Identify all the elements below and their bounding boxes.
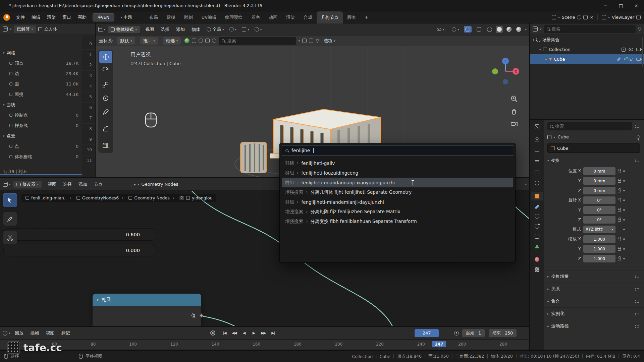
- spreadsheet-row[interactable]: 控制点 0: [0, 110, 82, 120]
- gizmos-dropdown[interactable]: ▾: [449, 27, 462, 32]
- transform-value-field[interactable]: 1.000▾: [583, 235, 615, 243]
- animate-decorator-dot[interactable]: [623, 209, 625, 211]
- new-viewlayer-icon[interactable]: [636, 15, 641, 19]
- language-toggle-button[interactable]: 中/EN: [93, 13, 114, 21]
- properties-section-header[interactable]: ▸ 变换增量: [544, 270, 644, 283]
- chevron-down-icon[interactable]: ▾: [104, 28, 106, 31]
- physics-tab[interactable]: [531, 222, 543, 231]
- timeline-menu[interactable]: 插帧: [27, 329, 43, 338]
- spreadsheet-row[interactable]: 体积栅格 0: [0, 152, 82, 162]
- spreadsheet-section-mesh[interactable]: ▾网格: [0, 48, 82, 58]
- eye-icon[interactable]: [629, 58, 633, 61]
- outliner-editor-icon[interactable]: [533, 26, 538, 32]
- render-tab[interactable]: [531, 135, 543, 144]
- navigation-gizmo[interactable]: Z X: [490, 56, 521, 86]
- animate-decorator-dot[interactable]: [623, 199, 625, 201]
- node-editor-menu[interactable]: 选择: [60, 180, 75, 189]
- modifiers-tab[interactable]: [531, 202, 543, 210]
- move-tool[interactable]: [99, 51, 112, 63]
- transform-value-field[interactable]: XYZ 欧拉▾: [583, 226, 615, 233]
- coordinate-system-dropdown[interactable]: 默认▾: [117, 37, 135, 45]
- data-tab[interactable]: [531, 242, 543, 251]
- workspace-tab[interactable]: 着色: [247, 11, 264, 23]
- object-name-field[interactable]: Cube: [547, 143, 640, 153]
- search-result[interactable]: 增强搜索 分离几何体 fljht fenlijiheti Separate Ge…: [282, 187, 513, 197]
- search-result[interactable]: 群组 fenglijiheti-miandemianji-dayujunzhi: [282, 197, 513, 207]
- transform-value-field[interactable]: 0 mm▾: [583, 167, 615, 175]
- node-tree-selector[interactable]: ▾Geometry Nodes: [131, 182, 178, 187]
- spreadsheet-section-pointcloud[interactable]: ▾点云: [0, 131, 82, 141]
- chevron-down-icon[interactable]: ▸: [554, 135, 555, 139]
- chevron-down-icon[interactable]: ▾: [97, 298, 99, 302]
- search-result[interactable]: 增强搜索 分离矩阵 fljz fenlijuzhen Separate Matr…: [282, 207, 513, 217]
- select-mode-dropdown[interactable]: 框选▾: [163, 37, 181, 45]
- tweak-tool[interactable]: [3, 193, 17, 207]
- lock-icon[interactable]: [618, 209, 621, 212]
- lock-icon[interactable]: [618, 180, 621, 183]
- overlays-toggle[interactable]: [464, 26, 472, 33]
- outliner-row-collection[interactable]: ▾ Collection ✓: [530, 45, 644, 54]
- close-button[interactable]: ×: [629, 0, 644, 11]
- shading-options-dropdown[interactable]: ▾: [525, 28, 527, 31]
- chevron-down-icon[interactable]: ▾: [533, 38, 534, 42]
- modifier-wrench-icon[interactable]: [617, 57, 621, 61]
- transform-value-field[interactable]: 0°▾: [583, 206, 615, 214]
- chevron-down-icon[interactable]: ▾: [608, 16, 610, 19]
- lock-icon[interactable]: [618, 171, 621, 173]
- playback-button[interactable]: |◀: [220, 329, 229, 337]
- animate-decorator-dot[interactable]: [623, 190, 625, 191]
- lock-icon[interactable]: [618, 219, 621, 222]
- texture-tab[interactable]: [531, 265, 543, 274]
- transform-tool[interactable]: [99, 92, 112, 105]
- toggle-icon-1[interactable]: [192, 39, 196, 43]
- lock-icon[interactable]: [618, 258, 621, 260]
- animate-decorator-dot[interactable]: [623, 229, 625, 230]
- output-tab[interactable]: [531, 145, 543, 154]
- breadcrumb-item[interactable]: fenli..ding-mian..: [25, 195, 67, 200]
- current-frame-field[interactable]: 247: [415, 329, 439, 337]
- menubar-menu[interactable]: 文件: [13, 13, 28, 22]
- chevron-down-icon[interactable]: ▾: [540, 27, 542, 31]
- viewlayer-tab[interactable]: [531, 156, 543, 164]
- viewlayer-selector[interactable]: ViewLayer: [612, 15, 634, 20]
- transform-orientation-dropdown[interactable]: 全局▾: [204, 26, 226, 33]
- toggle-icon-3[interactable]: [205, 39, 210, 43]
- spreadsheet-row[interactable]: 边 29.4K: [0, 68, 82, 79]
- bookmark-icon[interactable]: [302, 39, 307, 43]
- multiply-node-header[interactable]: ▾ 相乘: [93, 294, 201, 306]
- animate-decorator-dot[interactable]: [623, 238, 625, 240]
- transform-value-field[interactable]: 1.000▾: [583, 245, 615, 253]
- measure-tool[interactable]: [99, 122, 112, 135]
- toggle-icon-4[interactable]: [212, 39, 216, 43]
- properties-section-header[interactable]: ▸ 关系: [544, 283, 644, 295]
- spreadsheet-row[interactable]: 面拐 44.1K: [0, 89, 82, 100]
- menubar-menu[interactable]: 编辑: [28, 13, 44, 22]
- playback-button[interactable]: ◀◀: [230, 329, 239, 337]
- node-editor-menu[interactable]: 添加: [75, 180, 91, 189]
- annotate-tool[interactable]: [99, 106, 112, 118]
- transform-value-field[interactable]: 1.000▾: [583, 255, 615, 262]
- transform-value-field[interactable]: 0 mm▾: [583, 177, 615, 185]
- properties-section-header[interactable]: ▸ 集合: [544, 295, 644, 307]
- workspace-tab[interactable]: 布局: [145, 11, 162, 23]
- scale-tool[interactable]: [99, 78, 112, 91]
- shading-rendered[interactable]: [515, 26, 522, 33]
- node-editor-menu[interactable]: 节点: [91, 180, 106, 189]
- chevron-down-icon[interactable]: ▾: [298, 39, 300, 43]
- breadcrumb-item[interactable]: 2 yidonglou: [170, 195, 213, 200]
- unlink-scene-icon[interactable]: ×: [590, 15, 593, 20]
- new-scene-icon[interactable]: [583, 15, 588, 19]
- toggle-icon-2[interactable]: [199, 39, 203, 43]
- chevron-down-icon[interactable]: ▾: [10, 27, 12, 31]
- outliner-search-input[interactable]: 搜索: [544, 25, 636, 33]
- eye-icon[interactable]: [629, 48, 633, 51]
- camera-icon[interactable]: [636, 58, 641, 61]
- frame-start-field[interactable]: 起始1: [462, 329, 485, 337]
- timeline-menu[interactable]: 视图: [43, 329, 58, 338]
- annotate-tool[interactable]: [3, 212, 17, 226]
- mode-selector[interactable]: 物体模式▾: [108, 26, 140, 33]
- workspace-tab[interactable]: UV编辑: [197, 11, 221, 23]
- xray-toggle[interactable]: [474, 27, 483, 32]
- filter-icon[interactable]: ▽: [316, 38, 319, 43]
- search-result[interactable]: 群组 fenlijiheti-miandamianji-xiaoyupingju…: [282, 178, 513, 187]
